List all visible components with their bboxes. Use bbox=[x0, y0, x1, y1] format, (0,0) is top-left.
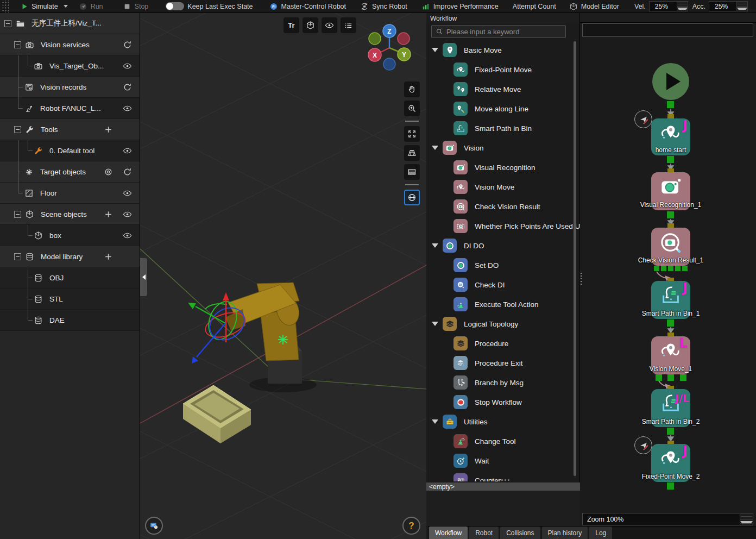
axis-ball-green[interactable] bbox=[369, 33, 381, 45]
tab-robot[interactable]: Robot bbox=[469, 527, 499, 539]
output-port[interactable] bbox=[667, 428, 674, 435]
category-logical-topology[interactable]: Logical Topology bbox=[426, 314, 580, 334]
collapse-box-icon[interactable] bbox=[14, 41, 21, 48]
step-check-di[interactable]: Check DI bbox=[426, 275, 580, 294]
step-set-do[interactable]: Set DO bbox=[426, 255, 580, 275]
tree-item-tools[interactable]: Tools bbox=[0, 119, 140, 140]
node-check-vision-result-1[interactable]: Check Vision Result_1 bbox=[651, 228, 690, 266]
output-port[interactable] bbox=[661, 266, 666, 271]
category-utilities[interactable]: Utilities bbox=[426, 412, 580, 431]
eye-icon[interactable] bbox=[123, 189, 132, 198]
step-wait[interactable]: Wait bbox=[426, 451, 580, 471]
step-vision-move[interactable]: Vision Move bbox=[426, 177, 580, 197]
output-port[interactable] bbox=[667, 156, 674, 163]
axis-ball-red[interactable] bbox=[398, 33, 410, 45]
output-port[interactable] bbox=[682, 266, 688, 271]
tree-item-model-library[interactable]: Model library bbox=[0, 246, 140, 267]
tab-log[interactable]: Log bbox=[589, 527, 612, 539]
output-port[interactable] bbox=[680, 374, 686, 381]
step-stop-workflow[interactable]: Stop Workflow bbox=[426, 392, 580, 412]
attempt-count-button[interactable]: Attempt Count bbox=[513, 3, 556, 10]
workflow-canvas[interactable]: J home start Visual Recognition_1 Check … bbox=[580, 13, 756, 513]
tree-item-robot[interactable]: Robot FANUC_L... bbox=[0, 98, 140, 119]
no-fly-zone-icon[interactable] bbox=[634, 110, 652, 128]
add-icon[interactable] bbox=[104, 125, 113, 134]
output-port[interactable] bbox=[675, 266, 681, 271]
model-editor-button[interactable]: Model Editor bbox=[569, 2, 619, 11]
3d-viewport[interactable]: Z X Y Tr ? bbox=[140, 13, 426, 539]
velocity-down-button[interactable] bbox=[677, 7, 688, 11]
pan-button[interactable] bbox=[404, 82, 420, 97]
globe-view-button[interactable] bbox=[404, 190, 420, 205]
no-fly-zone-icon[interactable] bbox=[634, 436, 652, 454]
refresh-icon[interactable] bbox=[123, 167, 132, 177]
step-relative-move[interactable]: Relative Move bbox=[426, 79, 580, 99]
refresh-icon[interactable] bbox=[123, 83, 132, 92]
axis-ball-blue[interactable] bbox=[383, 58, 395, 70]
category-vision[interactable]: Vision bbox=[426, 138, 580, 158]
velocity-up-button[interactable] bbox=[677, 2, 688, 7]
eye-icon[interactable] bbox=[123, 210, 132, 219]
tree-item-floor[interactable]: Floor bbox=[0, 183, 140, 204]
category-di-do[interactable]: DI DO bbox=[426, 236, 580, 255]
collapse-box-icon[interactable] bbox=[14, 211, 21, 218]
output-port[interactable] bbox=[656, 374, 662, 381]
acceleration-up-button[interactable] bbox=[737, 2, 747, 7]
eye-icon[interactable] bbox=[123, 104, 132, 113]
render-info-button[interactable] bbox=[145, 517, 163, 535]
selected-step-bar[interactable]: <empty> bbox=[426, 482, 580, 491]
run-button[interactable]: Run bbox=[79, 2, 103, 11]
help-button[interactable]: ? bbox=[402, 517, 420, 535]
workflow-search-box[interactable] bbox=[431, 25, 566, 38]
step-smart-path-in-bin[interactable]: Smart Path in Bin bbox=[426, 118, 580, 138]
add-icon[interactable] bbox=[104, 252, 113, 261]
sidebar-collapse-handle[interactable] bbox=[140, 258, 147, 296]
improve-performance-button[interactable]: Improve Performance bbox=[421, 2, 499, 11]
output-port[interactable] bbox=[667, 482, 674, 490]
chevron-down-icon[interactable] bbox=[64, 5, 68, 8]
velocity-spinner[interactable]: 25% bbox=[649, 1, 688, 11]
zoom-button[interactable] bbox=[404, 101, 420, 116]
collapse-arrow-icon[interactable] bbox=[432, 48, 438, 52]
tab-plan-history[interactable]: Plan history bbox=[542, 527, 588, 539]
text-labels-button[interactable]: Tr bbox=[284, 17, 299, 33]
step-whether-pick-points-used-up[interactable]: Whether Pick Points Are Used Up bbox=[426, 216, 580, 236]
tree-item-project-root[interactable]: 无序工件上料/Viz_T... bbox=[0, 13, 140, 34]
tree-item-default-tool[interactable]: 0. Default tool bbox=[0, 140, 140, 161]
tree-item-vis-target[interactable]: Vis_Target_Ob... bbox=[0, 55, 140, 77]
collapse-arrow-icon[interactable] bbox=[432, 243, 438, 248]
step-procedure-exit[interactable]: Procedure Exit bbox=[426, 353, 580, 373]
tree-item-obj[interactable]: OBJ bbox=[0, 267, 140, 289]
zoom-out-button[interactable] bbox=[740, 519, 753, 525]
toolbar-grip[interactable] bbox=[1, 0, 9, 13]
step-fixed-point-move[interactable]: Fixed-Point Move bbox=[426, 60, 580, 79]
output-port[interactable] bbox=[667, 101, 674, 108]
step-move-along-line[interactable]: Move along Line bbox=[426, 99, 580, 118]
ground-grid-button[interactable] bbox=[404, 145, 420, 161]
tree-item-vision-services[interactable]: Vision services bbox=[0, 34, 140, 55]
step-branch-by-msg[interactable]: Branch by Msg bbox=[426, 373, 580, 392]
tab-collisions[interactable]: Collisions bbox=[500, 527, 540, 539]
output-port[interactable] bbox=[667, 211, 674, 218]
tree-item-scene-objects[interactable]: Scene objects bbox=[0, 204, 140, 225]
panel-splitter-handle[interactable] bbox=[492, 479, 509, 481]
collapse-box-icon[interactable] bbox=[4, 20, 11, 27]
workflow-start-button[interactable] bbox=[652, 63, 689, 100]
node-visual-recognition-1[interactable]: Visual Recognition_1 bbox=[651, 172, 690, 210]
step-visual-recognition[interactable]: Visual Recognition bbox=[426, 158, 580, 177]
fit-view-button[interactable] bbox=[404, 126, 420, 142]
graph-filter-box[interactable] bbox=[582, 23, 753, 37]
panel-resize-handle[interactable] bbox=[581, 273, 582, 285]
acceleration-down-button[interactable] bbox=[737, 7, 747, 11]
step-change-tool[interactable]: Change Tool bbox=[426, 431, 580, 451]
step-check-vision-result[interactable]: Check Vision Result bbox=[426, 197, 580, 216]
sync-robot-button[interactable]: Sync Robot bbox=[360, 2, 407, 11]
add-icon[interactable] bbox=[104, 210, 113, 219]
node-vision-move-1[interactable]: L Vision Move_1 bbox=[651, 336, 690, 374]
keep-last-exec-toggle[interactable] bbox=[166, 2, 184, 10]
output-port[interactable] bbox=[668, 266, 673, 271]
visibility-button[interactable] bbox=[322, 17, 337, 33]
category-basic-move[interactable]: Basic Move bbox=[426, 40, 580, 60]
output-port[interactable] bbox=[667, 319, 674, 327]
eye-icon[interactable] bbox=[123, 146, 132, 155]
